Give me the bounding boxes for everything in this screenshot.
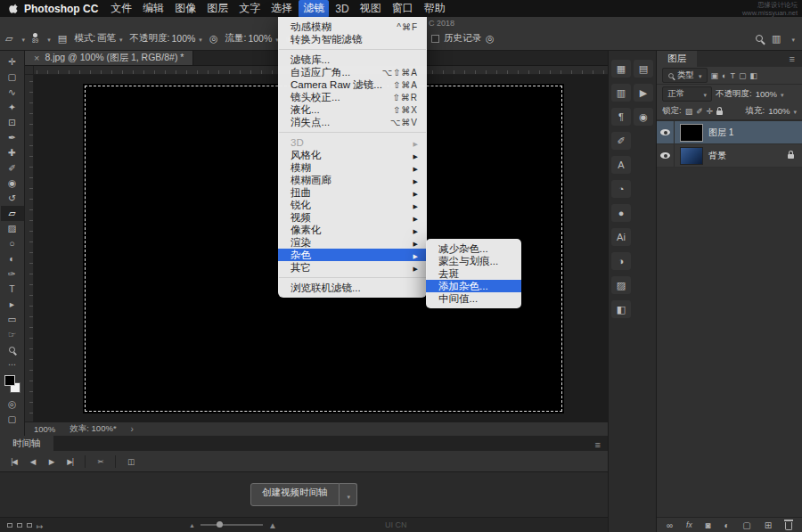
visibility-toggle[interactable] [657,121,675,143]
noise-submenu-item-dust-and-scratches[interactable]: 蒙尘与划痕... [426,255,521,267]
move-tool[interactable]: ✛ [1,54,24,70]
smoothing-icon[interactable]: ◎ [486,34,495,44]
hand-tool[interactable]: ☞ [1,327,24,342]
channels-panel-icon[interactable]: ◧ [611,300,631,318]
info-panel-icon[interactable]: ◑ [611,252,631,270]
filter-menu-item-browse-filters-online[interactable]: 浏览联机滤镜... [278,282,427,294]
vertical-ruler[interactable] [25,75,34,422]
magic-wand-tool[interactable]: ✦ [1,100,24,115]
properties-panel-icon[interactable]: ◔ [611,180,631,198]
layer-thumbnail[interactable] [680,147,703,165]
next-frame-button[interactable]: ▶| [61,454,78,470]
filter-menu-item-noise[interactable]: 杂色 [278,249,427,261]
dodge-tool[interactable]: ◐ [1,251,24,266]
filter-type-layers-icon[interactable]: T [730,71,735,80]
path-selection-tool[interactable]: ▸ [1,297,24,312]
foreground-color-swatch[interactable] [4,375,15,386]
status-menu-chevron-icon[interactable] [131,424,134,434]
adjustments-panel-icon[interactable]: ▦ [611,60,631,78]
clone-stamp-tool[interactable]: ◉ [1,176,24,191]
split-at-playhead-button[interactable]: ✂ [92,454,109,470]
zoom-out-mountain-icon[interactable]: ▲ [189,522,195,528]
eyedropper-tool[interactable]: ✒ [1,130,24,145]
color-swatches[interactable] [4,375,20,393]
search-icon[interactable] [756,35,763,42]
layer-mask-icon[interactable]: ◙ [706,520,711,530]
zoom-slider-thumb[interactable] [217,521,223,528]
color-panel-icon[interactable]: ● [611,204,631,222]
frame-thumbnail-size-icon[interactable] [17,523,22,528]
actions-panel-icon[interactable]: ▶ [634,84,653,102]
filter-menu-item-video[interactable]: 视频 [278,211,427,224]
delete-layer-icon[interactable] [785,522,792,530]
crop-tool[interactable]: ⊡ [1,115,24,130]
flow-dropdown[interactable]: 流量: 100% [225,32,278,45]
filter-menu-item-filter-gallery[interactable]: 滤镜库... [278,53,427,66]
spot-healing-brush-tool[interactable]: ✚ [1,145,24,160]
create-timeline-dropdown[interactable] [339,483,357,506]
filter-menu-item-pixelate[interactable]: 像素化 [278,224,427,236]
filter-menu-item-liquify[interactable]: 液化...⇧⌘X [278,103,427,116]
menubar-item-image[interactable]: 图像 [170,0,200,18]
frame-thumbnail-size-icon[interactable] [27,523,32,528]
menubar-item-file[interactable]: 文件 [106,0,136,18]
filter-menu-item-blur-gallery[interactable]: 模糊画廊 [278,174,427,186]
layer-group-icon[interactable]: ▢ [742,520,750,530]
erase-to-history-checkbox[interactable] [431,35,439,43]
patterns-panel-icon[interactable]: ▨ [611,276,631,294]
filter-menu-item-convert-smart-filters[interactable]: 转换为智能滤镜 [278,33,427,45]
link-layers-icon[interactable]: ∞ [667,520,673,530]
lock-pixels-icon[interactable]: ✐ [696,107,703,116]
menubar-item-window[interactable]: 窗口 [388,0,418,18]
lock-position-icon[interactable]: ✛ [707,107,714,116]
menubar-item-select[interactable]: 选择 [266,0,297,18]
blend-mode-dropdown[interactable]: 正常 [662,86,712,102]
histogram-panel-icon[interactable]: ▤ [634,60,653,78]
filter-shape-layers-icon[interactable]: ▢ [739,71,747,80]
eraser-preset-icon[interactable]: ▱ [5,34,12,44]
play-button[interactable]: ▶ [43,454,60,470]
lock-transparency-icon[interactable]: ▨ [685,107,693,116]
filter-menu-item-adaptive-wide-angle[interactable]: 自适应广角...⌥⇧⌘A [278,66,427,78]
libraries-panel-icon[interactable]: Ai [611,228,631,246]
flatten-frames-icon[interactable] [37,517,44,532]
apple-menu-icon[interactable] [9,3,19,14]
layers-panel-menu-icon[interactable] [790,53,795,64]
opacity-dropdown[interactable]: 不透明度: 100% [130,32,202,45]
edit-toolbar-icon[interactable]: ⋯ [8,360,16,369]
menubar-item-type[interactable]: 文字 [234,0,265,18]
tab-layers[interactable]: 图层 [657,51,697,67]
visibility-toggle[interactable] [657,144,675,167]
timeline-panel-menu-icon[interactable] [595,436,601,452]
clone-source-panel-icon[interactable]: ◉ [634,108,653,126]
layer-name[interactable]: 背景 [708,150,726,162]
noise-submenu-item-median[interactable]: 中间值... [426,292,521,305]
noise-submenu-item-reduce-noise[interactable]: 减少杂色... [426,242,521,255]
layer-effects-icon[interactable]: fx [686,520,692,529]
document-tab[interactable]: × 8.jpg @ 100% (图层 1, RGB/8#) * [25,51,193,65]
previous-frame-button[interactable]: ◀ [24,454,41,470]
filter-menu-item-3d[interactable]: 3D [278,136,427,149]
zoom-tool[interactable] [1,342,24,357]
menubar-item-help[interactable]: 帮助 [420,0,450,18]
filter-menu-item-sharpen[interactable]: 锐化 [278,199,427,211]
filter-menu-item-camera-raw[interactable]: Camera Raw 滤镜...⇧⌘A [278,78,427,91]
gradient-tool[interactable]: ▨ [1,221,24,236]
layer-row-layer-1[interactable]: 图层 1 [657,121,802,144]
menubar-item-edit[interactable]: 编辑 [138,0,168,18]
brush-preset-caret-icon[interactable] [45,33,51,44]
noise-submenu-item-despeckle[interactable]: 去斑 [426,267,521,280]
shape-tool[interactable]: ▭ [1,312,24,327]
filter-pixel-layers-icon[interactable]: ▣ [711,71,719,80]
tab-timeline[interactable]: 时间轴 [0,436,53,451]
blur-tool[interactable]: ○ [1,236,24,251]
filter-menu-item-lens-correction[interactable]: 镜头校正...⇧⌘R [278,91,427,103]
layer-filter-type-dropdown[interactable]: 类型 [662,68,708,83]
menubar-item-filter[interactable]: 滤镜 [299,0,329,18]
rectangular-marquee-tool[interactable]: ▢ [1,70,24,85]
go-to-first-frame-button[interactable]: |◀ [5,454,22,470]
styles-panel-icon[interactable]: ▥ [611,84,631,102]
filter-menu-item-stylize[interactable]: 风格化 [278,149,427,161]
screen-mode-icon[interactable]: ▢ [1,412,24,427]
noise-submenu-item-add-noise[interactable]: 添加杂色... [426,280,521,292]
